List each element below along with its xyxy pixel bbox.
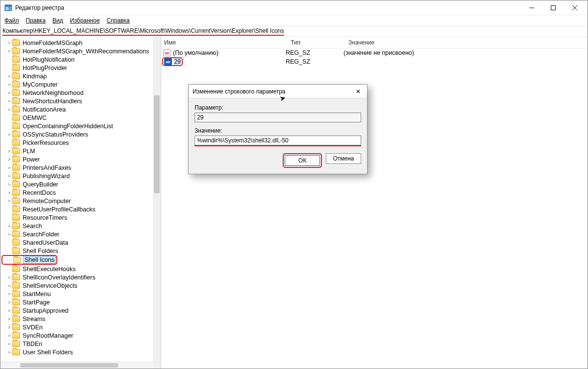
menu-edit[interactable]: Правка: [26, 17, 46, 24]
tree-item-label: StartupApproved: [23, 307, 69, 314]
chevron-icon[interactable]: >: [6, 182, 12, 187]
tree-hscrollbar[interactable]: [0, 362, 153, 369]
chevron-icon[interactable]: >: [6, 174, 12, 179]
tree-item[interactable]: >PublishingWizard: [0, 172, 161, 180]
address-bar[interactable]: Компьютер\HKEY_LOCAL_MACHINE\SOFTWARE\Mi…: [0, 26, 588, 37]
folder-icon: [12, 332, 20, 339]
tree-item[interactable]: >Streams: [0, 315, 161, 323]
chevron-icon[interactable]: >: [6, 149, 12, 154]
tree-item[interactable]: >SVDEn: [0, 323, 161, 331]
chevron-icon[interactable]: >: [6, 190, 12, 195]
param-field[interactable]: [195, 113, 361, 122]
tree-item[interactable]: >NotificationArea: [0, 105, 161, 114]
tree-item[interactable]: >RecentDocs: [0, 188, 161, 197]
tree-scrollbar[interactable]: [153, 37, 161, 369]
tree-item[interactable]: >Kindmap: [0, 72, 161, 80]
chevron-icon[interactable]: >: [6, 49, 12, 54]
tree-item[interactable]: ResetUserProfileCallbacks: [0, 205, 161, 213]
address-path: Компьютер\HKEY_LOCAL_MACHINE\SOFTWARE\Mi…: [2, 27, 284, 36]
tree-item[interactable]: OEMWC: [0, 114, 161, 122]
value-row[interactable]: ab(По умолчанию)REG_SZ(значение не присв…: [161, 48, 588, 57]
tree-item[interactable]: ResourceTimers: [0, 213, 161, 222]
chevron-icon[interactable]: >: [6, 333, 12, 338]
tree-item[interactable]: HotPlugNotification: [0, 55, 161, 64]
tree-item[interactable]: SharedUserData: [0, 238, 161, 247]
chevron-icon[interactable]: >: [6, 350, 12, 355]
dialog-title: Изменение строкового параметра: [193, 88, 286, 95]
tree-item-label: ResourceTimers: [23, 214, 67, 221]
tree-item[interactable]: >QueryBuilder: [0, 180, 161, 188]
tree-item-label: OEMWC: [23, 115, 47, 121]
chevron-icon[interactable]: >: [6, 342, 12, 346]
tree-item[interactable]: >ShellServiceObjects: [0, 281, 161, 290]
col-name[interactable]: Имя: [161, 39, 288, 46]
tree-item[interactable]: >HomeFolderMSGraph: [0, 39, 161, 47]
chevron-icon[interactable]: >: [6, 275, 12, 280]
menu-favorites[interactable]: Избранное: [70, 17, 100, 24]
chevron-icon[interactable]: >: [6, 132, 12, 137]
folder-icon: [12, 307, 20, 314]
chevron-icon[interactable]: >: [6, 292, 12, 297]
tree-item[interactable]: ShellExecuteHooks: [0, 265, 161, 273]
tree-item[interactable]: >NewShortcutHandlers: [0, 97, 161, 105]
close-button[interactable]: [564, 0, 586, 15]
tree-item[interactable]: >RemoteComputer: [0, 197, 161, 205]
col-type[interactable]: Тип: [288, 39, 345, 46]
folder-icon: [12, 299, 20, 305]
minimize-button[interactable]: [521, 0, 542, 15]
chevron-icon[interactable]: >: [6, 91, 12, 95]
tree-item[interactable]: >MyComputer: [0, 80, 161, 89]
col-value[interactable]: Значение: [345, 39, 377, 46]
chevron-icon[interactable]: >: [6, 74, 12, 79]
chevron-icon[interactable]: >: [6, 157, 12, 162]
tree-item[interactable]: >ShellIconOverlayIdentifiers: [0, 273, 161, 281]
tree-item[interactable]: >StartupApproved: [0, 306, 161, 315]
tree-item[interactable]: >HomeFolderMSGraph_WithRecommendations: [0, 47, 161, 55]
tree-item[interactable]: >Search: [0, 222, 161, 230]
chevron-icon[interactable]: >: [6, 300, 12, 305]
tree-item[interactable]: >User Shell Folders: [0, 348, 161, 356]
tree-item[interactable]: Shell Icons: [1, 255, 57, 265]
tree-item[interactable]: >TBDEn: [0, 340, 161, 348]
tree-item-label: NetworkNeighborhood: [23, 90, 83, 96]
chevron-icon[interactable]: >: [6, 283, 12, 288]
value-field[interactable]: [195, 136, 361, 145]
menu-help[interactable]: Справка: [107, 17, 130, 24]
tree-item[interactable]: HotPlugProvider: [0, 64, 161, 72]
tree-scroll-thumb[interactable]: [154, 95, 160, 193]
chevron-icon[interactable]: >: [6, 325, 12, 330]
tree-item[interactable]: >SearchFolder: [0, 230, 161, 238]
tree-item[interactable]: >Power: [0, 155, 161, 163]
tree-item[interactable]: PickerResources: [0, 138, 161, 147]
tree-item[interactable]: >PLM: [0, 147, 161, 155]
value-row[interactable]: ab29REG_SZ: [161, 57, 588, 66]
ok-button[interactable]: ОК: [285, 155, 320, 166]
chevron-icon[interactable]: >: [6, 199, 12, 204]
tree-item[interactable]: >SyncRootManager: [0, 331, 161, 340]
chevron-icon[interactable]: >: [6, 99, 12, 104]
tree-item[interactable]: >PrintersAndFaxes: [0, 163, 161, 172]
chevron-icon[interactable]: >: [6, 41, 12, 46]
tree-item-label: Shell Folders: [23, 248, 58, 254]
chevron-icon[interactable]: >: [6, 232, 12, 237]
chevron-icon[interactable]: >: [6, 165, 12, 170]
tree-item[interactable]: >OSSyncStatusProviders: [0, 130, 161, 138]
chevron-icon[interactable]: >: [6, 107, 12, 112]
menu-file[interactable]: Файл: [4, 17, 19, 24]
tree-item[interactable]: >NetworkNeighborhood: [0, 89, 161, 97]
chevron-icon[interactable]: >: [6, 224, 12, 229]
maximize-button[interactable]: [542, 0, 564, 15]
cancel-button[interactable]: Отмена: [326, 153, 361, 164]
menu-view[interactable]: Вид: [52, 17, 63, 24]
chevron-icon[interactable]: >: [6, 308, 12, 313]
tree-item[interactable]: Shell Folders: [0, 247, 161, 255]
tree-pane[interactable]: >HomeFolderMSGraph>HomeFolderMSGraph_Wit…: [0, 37, 161, 369]
tree-item[interactable]: OpenContainingFolderHiddenList: [0, 122, 161, 130]
chevron-icon[interactable]: >: [6, 82, 12, 87]
chevron-icon[interactable]: >: [6, 317, 12, 322]
tree-item[interactable]: >StartMenu: [0, 290, 161, 298]
dialog-close-button[interactable]: ✕: [353, 87, 363, 96]
value-type: REG_SZ: [286, 49, 343, 56]
tree-item[interactable]: >StartPage: [0, 298, 161, 306]
tree-hscroll-thumb[interactable]: [20, 363, 118, 368]
